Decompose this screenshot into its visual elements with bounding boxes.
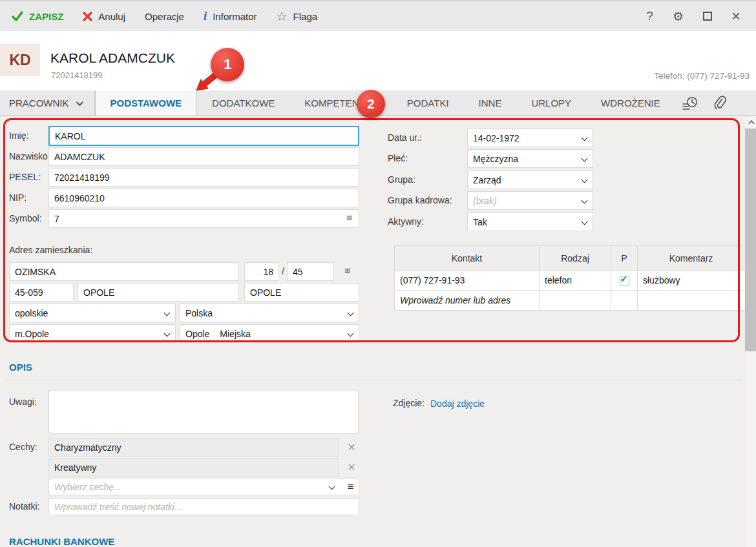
employee-pesel-subtitle: 72021418199 [51,70,103,80]
close-icon[interactable]: × [731,8,740,24]
remove-cecha-icon[interactable]: × [344,458,359,477]
pesel-input[interactable] [48,168,359,187]
symbol-label: Symbol: [9,209,42,227]
plec-value: Mężczyzna [473,154,518,164]
cancel-button[interactable]: Anuluj [73,1,135,31]
tab-bar: PRACOWNIK PODSTAWOWE DODATKOWE KOMPETENC… [0,90,756,116]
scroll-up-button[interactable] [745,116,756,128]
aktywny-value: Tak [473,217,487,227]
history-icon[interactable] [682,96,698,111]
tab-label: INNE [479,98,502,108]
nr-domu-input[interactable] [244,262,279,281]
poczta-input[interactable] [244,283,359,302]
nazwisko-label: Nazwisko: [9,147,50,165]
rodzaj-new-row-cell[interactable] [540,291,611,310]
dodaj-zdjecie-link[interactable]: Dodaj zdjęcie [430,398,485,409]
kontakt-cell[interactable]: (077) 727-91-93 [395,271,539,290]
record-type-selector[interactable]: PRACOWNIK [0,90,95,116]
checkbox[interactable]: ✔ [620,276,629,285]
uwagi-textarea[interactable] [48,391,359,434]
kontakt-new-row-cell[interactable]: Wprowadź numer lub adres [395,291,539,310]
tab-label: DODATKOWE [212,98,275,108]
chevron-down-icon [582,198,588,204]
employee-record-window: ZAPISZ Anuluj Operacje i Informator ☆ Fl… [0,0,756,547]
informator-label: Informator [213,11,257,22]
ulica-input[interactable] [9,262,239,281]
kraj-select[interactable]: Polska [180,304,359,322]
nazwisko-input[interactable] [48,147,359,166]
tab-dodatkowe[interactable]: DODATKOWE [197,90,289,116]
symbol-lookup-icon[interactable]: ≡ [346,213,352,223]
flag-button[interactable]: ☆ Flaga [267,1,328,31]
save-button[interactable]: ZAPISZ [9,1,73,31]
header-phone: Telefon: (077) 727-91-93 [654,71,750,81]
window-controls: ? ⚙ × [646,8,747,24]
paperclip-icon[interactable] [713,96,727,111]
tab-urlopy[interactable]: URLOPY [516,90,586,116]
cancel-x-icon [83,12,92,21]
scrollbar[interactable] [745,116,756,547]
kod-pocztowy-input[interactable] [9,283,74,302]
chevron-down-icon [348,310,354,316]
operations-button[interactable]: Operacje [135,1,194,31]
komentarz-new-row-cell[interactable] [638,291,744,310]
star-icon: ☆ [277,10,288,23]
nr-lokalu-input[interactable] [287,262,333,281]
imie-label: Imię: [9,127,28,145]
p-cell[interactable]: ✔ [611,271,637,290]
scrollbar-thumb[interactable] [745,129,756,351]
zdjecie-label: Zdjęcie: [393,394,425,412]
nip-input[interactable] [48,189,359,207]
gmina-select[interactable]: Opole Miejska [180,324,359,343]
grupa-select[interactable]: Zarząd [467,170,593,189]
record-header: KD KAROL ADAMCZUK 72021418199 Telefon: (… [0,31,756,90]
komentarz-header: Komentarz [638,246,744,270]
notatki-label: Notatki: [9,497,39,515]
tab-wdrozenie[interactable]: WDROŻENIE [586,90,675,116]
informator-button[interactable]: i Informator [194,1,267,31]
chevron-up-icon [748,119,755,126]
p-new-row-cell[interactable] [611,291,637,310]
chevron-down-icon [164,310,171,316]
maximize-icon[interactable] [703,12,712,21]
komentarz-cell[interactable]: służbowy [638,271,744,290]
notatki-input[interactable] [48,498,359,515]
cecha-lookup-icon[interactable]: ≡ [348,482,353,492]
record-type-label: PRACOWNIK [9,98,69,108]
chevron-down-icon [329,484,335,490]
rodzaj-cell[interactable]: telefon [540,271,611,290]
chevron-down-icon [582,135,588,141]
section-divider [6,380,742,380]
powiat-value: m.Opole [15,329,49,339]
cecha-chip: Kreatywny [48,458,339,477]
tab-podstawowe[interactable]: PODSTAWOWE [95,90,198,116]
symbol-input[interactable] [48,209,359,228]
miejscowosc-input[interactable] [78,283,239,302]
tab-kompetencje[interactable]: KOMPETENCJE [289,90,392,116]
form-content: Imię: Nazwisko: PESEL: NIP: Symbol: ≡ Ad… [0,116,756,547]
flag-label: Flaga [293,11,318,22]
cechy-label: Cechy: [9,438,37,456]
data-ur-select[interactable]: 14-02-1972 [467,129,593,147]
chevron-down-icon [348,331,354,337]
help-icon[interactable]: ? [646,9,653,23]
gear-icon[interactable]: ⚙ [673,9,684,24]
data-ur-value: 14-02-1972 [473,133,520,143]
wojewodztwo-select[interactable]: opolskie [9,304,176,322]
gmina-value: Opole [185,329,209,339]
powiat-select[interactable]: m.Opole [9,324,176,343]
wojewodztwo-value: opolskie [15,308,48,318]
tab-extra-icons [682,90,727,116]
wybierz-ceche-select[interactable]: Wybierz cechę... ≡ [48,478,359,495]
address-lookup-icon[interactable]: ≡ [344,266,350,276]
tab-inne[interactable]: INNE [464,90,517,116]
remove-cecha-icon[interactable]: × [344,438,359,457]
grupa-value: Zarząd [473,175,501,185]
tab-podatki[interactable]: PODATKI [392,90,464,116]
chevron-down-icon [582,219,588,225]
aktywny-select[interactable]: Tak [467,212,593,231]
imie-input[interactable] [48,126,359,146]
plec-select[interactable]: Mężczyzna [467,149,593,168]
avatar: KD [0,44,40,76]
grupa-kadrowa-select[interactable]: (brak) [467,191,593,210]
